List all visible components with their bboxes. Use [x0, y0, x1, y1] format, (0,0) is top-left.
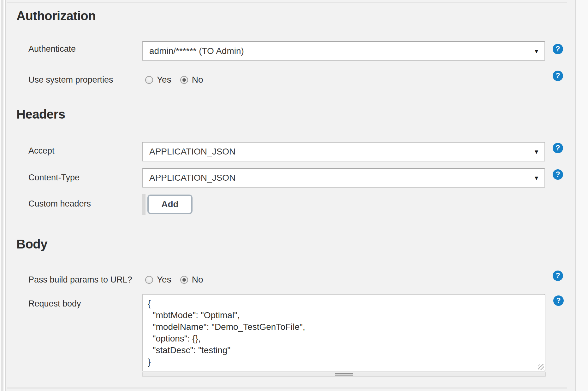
- chevron-down-icon: ▼: [533, 149, 539, 155]
- request-body-textarea[interactable]: { "mbtMode": "Optimal", "modelName": "De…: [142, 294, 545, 371]
- accept-label: Accept: [28, 146, 55, 156]
- left-gutter-bar: [1, 0, 3, 391]
- pass-build-params-yes-radio[interactable]: [145, 276, 153, 284]
- right-margin: [576, 0, 588, 391]
- no-radio-label: No: [192, 275, 203, 285]
- request-body-label: Request body: [28, 299, 81, 309]
- help-icon-pass-build-params[interactable]: ?: [553, 271, 563, 281]
- question-mark-glyph: ?: [555, 72, 560, 80]
- question-mark-glyph: ?: [555, 144, 560, 152]
- content-type-label: Content-Type: [28, 173, 80, 183]
- divider-bottom: [7, 388, 567, 388]
- content-type-selected-value: APPLICATION_JSON: [143, 173, 533, 183]
- divider-top: [7, 2, 567, 3]
- yes-radio-label: Yes: [157, 275, 171, 285]
- use-system-properties-no-radio[interactable]: [180, 76, 188, 84]
- use-system-properties-label: Use system properties: [28, 75, 113, 85]
- help-icon-accept[interactable]: ?: [553, 143, 563, 153]
- chevron-down-icon: ▼: [533, 175, 539, 181]
- divider-headers: [7, 99, 567, 99]
- question-mark-glyph: ?: [556, 296, 561, 305]
- drag-handle-icon: [335, 373, 353, 376]
- content-type-select[interactable]: APPLICATION_JSON ▼: [142, 168, 545, 188]
- custom-headers-label: Custom headers: [28, 199, 91, 209]
- yes-radio-label: Yes: [157, 75, 171, 85]
- accept-select[interactable]: APPLICATION_JSON ▼: [142, 142, 545, 161]
- no-radio-label: No: [192, 75, 203, 85]
- config-page: Authorization Authenticate admin/****** …: [0, 0, 588, 391]
- help-icon-content-type[interactable]: ?: [553, 169, 563, 180]
- accept-selected-value: APPLICATION_JSON: [143, 147, 533, 157]
- help-icon-use-system-properties[interactable]: ?: [553, 71, 563, 81]
- question-mark-glyph: ?: [555, 271, 560, 280]
- help-icon-authenticate[interactable]: ?: [553, 44, 563, 54]
- question-mark-glyph: ?: [555, 170, 560, 179]
- help-icon-request-body[interactable]: ?: [553, 295, 564, 306]
- textarea-drag-strip[interactable]: [142, 372, 546, 376]
- pass-build-params-label: Pass build params to URL?: [28, 275, 132, 285]
- chevron-down-icon: ▼: [533, 48, 539, 54]
- authenticate-label: Authenticate: [28, 44, 76, 54]
- divider-body: [7, 228, 567, 228]
- add-custom-header-button[interactable]: Add: [147, 195, 193, 214]
- question-mark-glyph: ?: [555, 45, 560, 53]
- authenticate-selected-value: admin/****** (TO Admin): [143, 46, 533, 56]
- pass-build-params-no-radio[interactable]: [180, 276, 188, 284]
- pass-build-params-radio-group: Yes No: [145, 275, 212, 284]
- repeatable-section-bar: [142, 194, 146, 215]
- headers-section-title: Headers: [16, 107, 65, 121]
- use-system-properties-yes-radio[interactable]: [145, 76, 153, 84]
- authenticate-select[interactable]: admin/****** (TO Admin) ▼: [142, 41, 545, 61]
- body-section-title: Body: [16, 237, 47, 251]
- authorization-section-title: Authorization: [16, 9, 96, 23]
- use-system-properties-radio-group: Yes No: [145, 75, 212, 85]
